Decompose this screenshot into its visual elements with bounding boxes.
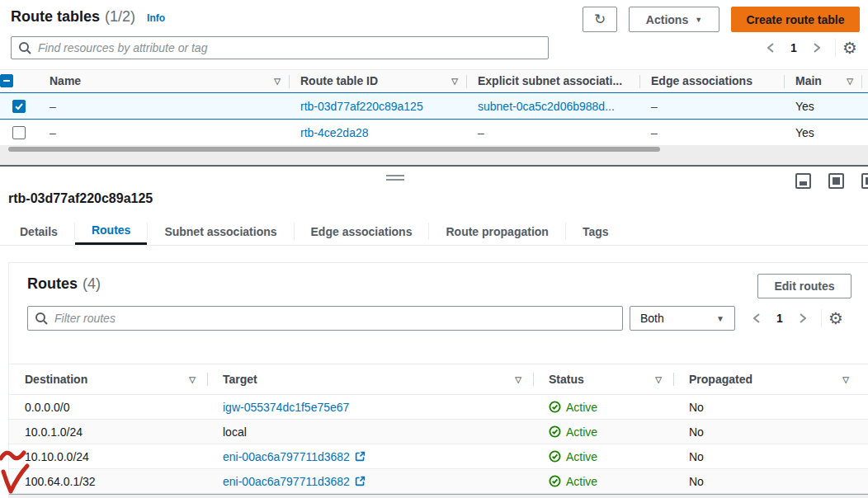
row-checkbox[interactable] <box>12 126 26 139</box>
column-separator <box>639 75 640 88</box>
target-link[interactable]: igw-055374dc1f5e75e67 <box>223 401 349 414</box>
cell-propagated: No <box>673 401 868 414</box>
refresh-button[interactable]: ↻ <box>583 7 617 32</box>
chevron-left-icon <box>753 313 760 323</box>
cell-destination: 10.0.1.0/24 <box>9 425 207 439</box>
prev-page-button[interactable] <box>759 38 782 58</box>
settings-gear-icon[interactable]: ⚙ <box>828 310 843 327</box>
external-link-icon[interactable] <box>355 451 366 462</box>
header-checkbox-cell <box>0 74 38 87</box>
status-active-icon <box>549 450 561 463</box>
column-header-main[interactable]: Main ▽ <box>784 74 861 87</box>
create-route-table-button[interactable]: Create route table <box>731 7 860 32</box>
column-header-destination[interactable]: Destination ▽ <box>9 373 207 386</box>
row-checkbox[interactable] <box>12 100 26 113</box>
divider <box>835 39 836 57</box>
chevron-left-icon <box>767 43 774 53</box>
column-header-explicit-subnet[interactable]: Explicit subnet associati... <box>466 74 639 87</box>
sort-icon[interactable]: ▽ <box>847 77 853 86</box>
page-count: (1/2) <box>105 8 135 26</box>
detail-panel-title: rtb-03d77af220c89a125 <box>8 191 153 206</box>
cell-name: – <box>38 126 289 139</box>
route-tables-page: Route tables (1/2) Info ↻ Actions ▼ Crea… <box>0 0 868 498</box>
refresh-icon: ↻ <box>594 11 606 28</box>
route-row[interactable]: 10.0.1.0/24 local Active No <box>9 420 868 444</box>
panel-side-layout-icon[interactable] <box>861 173 868 189</box>
tab-subnet-associations[interactable]: Subnet associations <box>148 218 293 245</box>
route-type-select[interactable]: Both ▼ <box>630 306 735 331</box>
subnet-association-link[interactable]: subnet-0ca5c2d06b988d... <box>478 100 615 113</box>
sort-icon[interactable]: ▽ <box>189 375 196 384</box>
route-row[interactable]: 10.10.0.0/24 eni-00ac6a797711d3682 Activ… <box>9 444 868 469</box>
sort-icon[interactable]: ▽ <box>655 375 662 384</box>
column-separator <box>861 75 862 88</box>
route-table-id-link[interactable]: rtb-03d77af220c89a125 <box>300 100 423 113</box>
column-header-edge-associations[interactable]: Edge associations <box>639 74 784 87</box>
column-header-route-table-id[interactable]: Route table ID ▽ <box>289 74 466 87</box>
edit-routes-button[interactable]: Edit routes <box>757 274 851 298</box>
tab-tags[interactable]: Tags <box>566 218 625 245</box>
external-link-icon[interactable] <box>355 476 366 486</box>
cell-edge: – <box>639 126 784 139</box>
cell-destination: 100.64.0.1/32 <box>9 475 207 488</box>
status-active-icon <box>549 401 561 413</box>
route-row[interactable]: 0.0.0.0/0 igw-055374dc1f5e75e67 Active N… <box>9 395 868 420</box>
routes-card: Routes (4) Edit routes Both ▼ 1 <box>8 262 868 498</box>
cell-status: Active <box>533 475 673 488</box>
resource-search <box>11 36 549 59</box>
routes-title: Routes <box>27 275 78 293</box>
select-all-checkbox[interactable] <box>0 74 13 87</box>
caret-down-icon: ▼ <box>695 16 702 24</box>
actions-button-label: Actions <box>646 13 688 26</box>
table-row[interactable]: – rtb-03d77af220c89a125 subnet-0ca5c2d06… <box>0 92 868 120</box>
target-link[interactable]: eni-00ac6a797711d3682 <box>223 450 350 463</box>
current-page[interactable]: 1 <box>768 312 791 325</box>
edit-routes-label: Edit routes <box>774 280 834 293</box>
table-row[interactable]: – rtb-4ce2da28 – – Yes <box>0 120 868 146</box>
column-separator <box>784 75 785 88</box>
sort-icon[interactable]: ▽ <box>274 77 281 86</box>
sort-icon[interactable]: ▽ <box>842 375 849 384</box>
cell-status: Active <box>533 450 673 463</box>
cell-subnet: – <box>466 126 639 139</box>
sort-icon[interactable]: ▽ <box>515 375 521 384</box>
table-pagination: 1 ⚙ <box>759 38 857 58</box>
page-header: Route tables (1/2) Info <box>11 8 165 26</box>
tab-details[interactable]: Details <box>3 218 74 245</box>
status-active-icon <box>549 475 561 487</box>
resource-search-input[interactable] <box>11 36 549 59</box>
routes-filter-input[interactable] <box>27 306 623 331</box>
horizontal-scrollbar-thumb[interactable] <box>8 147 660 152</box>
routes-section-header: Routes (4) <box>27 275 101 293</box>
split-panel-drag-handle[interactable] <box>386 175 404 181</box>
column-header-propagated[interactable]: Propagated ▽ <box>673 373 868 386</box>
route-row[interactable]: 100.64.0.1/32 eni-00ac6a797711d3682 Acti… <box>9 469 868 494</box>
cell-main: Yes <box>784 126 861 139</box>
cell-main: Yes <box>784 100 861 113</box>
tab-routes[interactable]: Routes <box>75 218 147 245</box>
column-header-name[interactable]: Name ▽ <box>38 74 289 87</box>
page-title: Route tables <box>11 8 100 26</box>
create-route-table-label: Create route table <box>746 13 844 26</box>
prev-page-button[interactable] <box>745 308 768 328</box>
target-link[interactable]: eni-00ac6a797711d3682 <box>223 475 350 488</box>
sort-icon[interactable]: ▽ <box>451 77 458 86</box>
settings-gear-icon[interactable]: ⚙ <box>842 40 857 56</box>
column-separator <box>289 75 290 88</box>
panel-bottom-layout-icon[interactable] <box>795 173 811 189</box>
cell-name: – <box>38 100 289 113</box>
route-table-id-link[interactable]: rtb-4ce2da28 <box>300 126 369 139</box>
panel-fullscreen-layout-icon[interactable] <box>828 173 844 189</box>
next-page-button[interactable] <box>805 38 828 58</box>
cell-propagated: No <box>673 450 868 463</box>
chevron-right-icon <box>800 313 806 323</box>
info-link[interactable]: Info <box>147 12 165 24</box>
next-page-button[interactable] <box>791 308 814 328</box>
column-header-status[interactable]: Status ▽ <box>533 373 673 386</box>
column-separator <box>673 373 674 386</box>
tab-edge-associations[interactable]: Edge associations <box>295 218 429 245</box>
actions-button[interactable]: Actions ▼ <box>629 7 719 32</box>
column-header-target[interactable]: Target ▽ <box>207 373 533 386</box>
tab-route-propagation[interactable]: Route propagation <box>429 218 564 245</box>
current-page[interactable]: 1 <box>782 41 805 54</box>
